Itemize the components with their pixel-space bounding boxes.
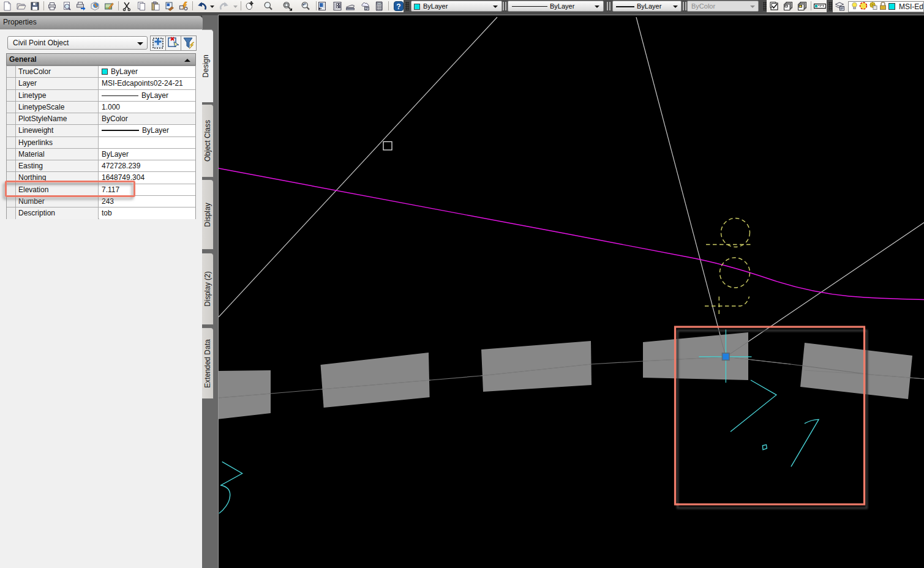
svg-text:?: ? (396, 2, 400, 11)
